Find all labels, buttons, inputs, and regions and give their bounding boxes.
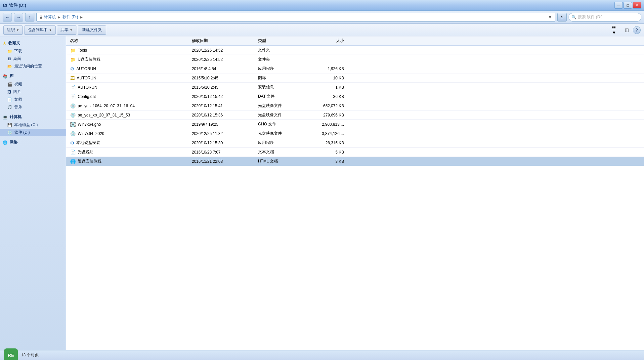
breadcrumb-dropdown[interactable]: ▼ [547, 14, 553, 21]
file-row[interactable]: 📁 U盘安装教程 2020/12/25 14:52 文件夹 [66, 55, 644, 64]
file-name-label: pe_yqs_xp_20_07_31_15_53 [78, 113, 130, 117]
file-date-cell: 2016/1/8 4:54 [192, 67, 258, 71]
back-button[interactable]: ← [3, 13, 12, 22]
breadcrumb-computer[interactable]: 计算机 [44, 14, 56, 20]
video-label: 视频 [14, 81, 22, 87]
app-icon: RE [4, 348, 18, 360]
forward-button[interactable]: → [14, 13, 23, 22]
file-row[interactable]: 💽 Win7x64.gho 2019/9/7 19:25 GHO 文件 2,90… [66, 120, 644, 129]
sidebar-item-video[interactable]: 🎬 视频 [0, 80, 66, 88]
file-date-cell: 2015/5/10 2:45 [192, 85, 258, 90]
file-size-cell: 652,072 KB [308, 104, 351, 108]
address-bar: ← → ↑ 🖥 计算机 ► 软件 (D:) ► ▼ ↻ 🔍 搜索 软件 (D:) [0, 11, 644, 24]
file-row[interactable]: 📄 光盘说明 2016/10/23 7:07 文本文档 5 KB [66, 148, 644, 157]
include-lib-button[interactable]: 包含到库中 ▼ [24, 25, 56, 35]
maximize-button[interactable]: □ [623, 2, 632, 9]
search-icon: 🔍 [572, 15, 577, 20]
file-row[interactable]: ⚙ AUTORUN 2016/1/8 4:54 应用程序 1,926 KB [66, 64, 644, 73]
main-layout: ★ 收藏夹 📁 下载 🖥 桌面 📂 最近访问的位置 📚 库 [0, 36, 644, 350]
close-button[interactable]: ✕ [633, 2, 641, 9]
sidebar-item-recent[interactable]: 📂 最近访问的位置 [0, 63, 66, 70]
file-date-cell: 2020/10/12 15:30 [192, 141, 258, 145]
file-row[interactable]: 💿 Win7x64_2020 2020/12/25 11:32 光盘映像文件 3… [66, 129, 644, 138]
file-row[interactable]: 💿 pe_yqs_xp_20_07_31_15_53 2020/10/12 15… [66, 111, 644, 120]
toolbar: 组织 ▼ 包含到库中 ▼ 共享 ▼ 新建文件夹 ☷ ▼ ◫ ? [0, 24, 644, 36]
file-type-cell: 文件夹 [258, 47, 308, 53]
file-date-cell: 2016/11/21 22:03 [192, 159, 258, 164]
file-type-cell: 应用程序 [258, 66, 308, 71]
search-bar[interactable]: 🔍 搜索 软件 (D:) [569, 13, 641, 22]
file-type-cell: 文本文档 [258, 149, 308, 155]
sidebar-item-drive-c[interactable]: 💾 本地磁盘 (C:) [0, 121, 66, 129]
file-name-label: pe_yqs_1064_20_07_31_16_04 [78, 104, 135, 108]
folder-icon: 🖥 [39, 15, 43, 20]
include-lib-arrow: ▼ [49, 28, 52, 32]
organize-button[interactable]: 组织 ▼ [3, 25, 23, 35]
file-row[interactable]: 💿 pe_yqs_1064_20_07_31_16_04 2020/10/12 … [66, 101, 644, 111]
file-size-cell: 1,926 KB [308, 67, 351, 71]
sidebar-section-favorites: ★ 收藏夹 📁 下载 🖥 桌面 📂 最近访问的位置 [0, 39, 66, 70]
new-folder-button[interactable]: 新建文件夹 [78, 25, 106, 35]
recent-icon: 📂 [7, 64, 12, 69]
library-icon: 📚 [3, 74, 8, 79]
refresh-button[interactable]: ↻ [557, 13, 567, 22]
file-type-cell: 文件夹 [258, 57, 308, 62]
sidebar-section-computer: 💻 计算机 💾 本地磁盘 (C:) 💿 软件 (D:) [0, 113, 66, 136]
col-header-name[interactable]: 名称 [66, 38, 192, 44]
file-icon: 🌐 [70, 159, 76, 164]
video-icon: 🎬 [7, 82, 12, 87]
file-date-cell: 2015/5/10 2:45 [192, 76, 258, 80]
file-name-label: Config.dat [78, 94, 96, 99]
col-header-size[interactable]: 大小 [308, 38, 351, 44]
sidebar-item-document[interactable]: 📄 文档 [0, 96, 66, 103]
drive-c-label: 本地磁盘 (C:) [14, 122, 38, 128]
file-row[interactable]: 📄 Config.dat 2020/10/12 15:42 DAT 文件 36 … [66, 92, 644, 101]
breadcrumb-drive-d[interactable]: 软件 (D:) [63, 14, 78, 20]
sidebar-item-drive-d[interactable]: 💿 软件 (D:) [0, 129, 66, 136]
title-bar-left: 🗂 软件 (D:) [3, 2, 26, 8]
file-icon: 💿 [70, 103, 76, 109]
sidebar-item-download[interactable]: 📁 下载 [0, 47, 66, 55]
sidebar-item-picture[interactable]: 🖼 图片 [0, 88, 66, 96]
col-header-date[interactable]: 修改日期 [192, 38, 258, 44]
file-size-cell: 10 KB [308, 76, 351, 80]
file-row[interactable]: 📄 AUTORUN 2015/5/10 2:45 安装信息 1 KB [66, 83, 644, 92]
view-toggle-button[interactable]: ☷ ▼ [612, 26, 621, 34]
file-row[interactable]: 📁 Tools 2020/12/25 14:52 文件夹 [66, 46, 644, 55]
search-placeholder: 搜索 软件 (D:) [578, 14, 603, 20]
file-icon: ⚙ [70, 66, 74, 71]
network-label: 网络 [10, 140, 18, 145]
file-name-label: Tools [78, 48, 87, 53]
favorites-icon: ★ [3, 41, 6, 46]
file-name-label: AUTORUN [77, 76, 96, 80]
sidebar-header-computer: 💻 计算机 [0, 113, 66, 121]
sidebar-header-favorites: ★ 收藏夹 [0, 39, 66, 47]
recent-label: 最近访问的位置 [14, 64, 42, 69]
window-icon: 🗂 [3, 3, 7, 8]
status-left: RE 13 个对象 [4, 348, 39, 360]
share-button[interactable]: 共享 ▼ [57, 25, 76, 35]
share-arrow: ▼ [70, 28, 73, 32]
file-name-cell: 📁 U盘安装教程 [66, 57, 192, 62]
sidebar-item-desktop[interactable]: 🖥 桌面 [0, 55, 66, 63]
file-row[interactable]: 🌐 硬盘安装教程 2016/11/21 22:03 HTML 文档 3 KB [66, 157, 644, 166]
sidebar-item-music[interactable]: 🎵 音乐 [0, 103, 66, 111]
file-rows-container: 📁 Tools 2020/12/25 14:52 文件夹 📁 U盘安装教程 20… [66, 46, 644, 166]
file-date-cell: 2020/12/25 14:52 [192, 48, 258, 53]
file-row[interactable]: ⚙ 本地硬盘安装 2020/10/12 15:30 应用程序 28,315 KB [66, 138, 644, 148]
preview-pane-button[interactable]: ◫ [622, 26, 631, 34]
file-icon: 📁 [70, 57, 76, 62]
file-icon: 📄 [70, 94, 76, 99]
file-date-cell: 2019/9/7 19:25 [192, 122, 258, 127]
up-button[interactable]: ↑ [25, 13, 34, 22]
file-date-cell: 2020/10/12 15:41 [192, 104, 258, 108]
file-row[interactable]: 🖼 AUTORUN 2015/5/10 2:45 图标 10 KB [66, 73, 644, 83]
file-size-cell: 1 KB [308, 85, 351, 90]
music-label: 音乐 [14, 104, 22, 110]
file-name-cell: 💿 pe_yqs_1064_20_07_31_16_04 [66, 103, 192, 109]
minimize-button[interactable]: — [614, 2, 623, 9]
toolbar-right: ☷ ▼ ◫ ? [612, 26, 641, 34]
file-name-cell: 📄 光盘说明 [66, 149, 192, 155]
help-button[interactable]: ? [633, 26, 641, 34]
col-header-type[interactable]: 类型 [258, 38, 308, 44]
